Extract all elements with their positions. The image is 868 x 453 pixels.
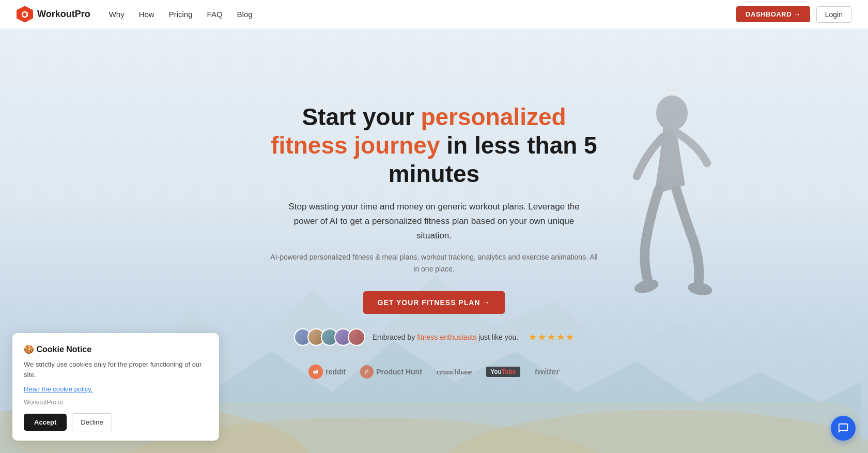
star-1: ★ [529, 331, 537, 343]
cookie-decline-button[interactable]: Decline [72, 413, 112, 431]
dashboard-button[interactable]: DASHBOARD → [736, 6, 810, 22]
svg-point-12 [316, 372, 317, 373]
hero-title: Start your personalized fitness journey … [269, 103, 599, 189]
proof-text: Embraced by fitness enthusiasts just lik… [373, 333, 518, 341]
hero-title-before: Start your [302, 103, 421, 130]
reddit-label: reddit [326, 368, 346, 376]
star-3: ★ [547, 331, 555, 343]
cookie-policy-link[interactable]: Read the cookie policy. [24, 385, 92, 393]
hero-content: Start your personalized fitness journey … [258, 103, 610, 379]
star-4: ★ [556, 331, 565, 343]
cta-button[interactable]: GET YOUR FITNESS PLAN → [363, 291, 505, 314]
youtube-logo: YouTube [486, 367, 520, 377]
avatar-5 [348, 328, 365, 346]
cookie-title: 🍪 Cookie Notice [24, 344, 208, 354]
cookie-notice: 🍪 Cookie Notice We strictly use cookies … [12, 333, 219, 441]
reddit-logo: reddit [308, 365, 346, 379]
nav-why[interactable]: Why [109, 10, 125, 19]
brand-icon [17, 6, 33, 23]
hero-sub2: AI-powered personalized fitness & meal p… [269, 251, 599, 275]
svg-point-11 [314, 372, 315, 373]
crunchbase-label: crunchbase [437, 368, 472, 376]
avatar-group [294, 328, 365, 346]
proof-link[interactable]: fitness enthusiasts [417, 333, 476, 341]
cookie-buttons: Accept Decline [24, 413, 208, 431]
cookie-accept-button[interactable]: Accept [24, 414, 67, 431]
svg-point-8 [687, 281, 713, 297]
nav-pricing[interactable]: Pricing [169, 10, 193, 19]
navbar: WorkoutPro Why How Pricing FAQ Blog DASH… [0, 0, 868, 29]
yt-icon: YouTube [486, 367, 520, 377]
cookie-text: We strictly use cookies only for the pro… [24, 359, 208, 380]
star-rating: ★ ★ ★ ★ ★ [529, 331, 574, 343]
navbar-left: WorkoutPro Why How Pricing FAQ Blog [17, 6, 253, 23]
brand-logo-link[interactable]: WorkoutPro [17, 6, 90, 23]
chat-button[interactable] [831, 416, 856, 441]
login-button[interactable]: Login [816, 6, 851, 23]
twitter-label: twitter [535, 367, 560, 376]
producthunt-logo: P Product Hunt [360, 365, 422, 379]
hero-subtitle: Stop wasting your time and money on gene… [279, 200, 589, 243]
nav-how[interactable]: How [139, 10, 154, 19]
proof-after: just like you. [476, 333, 518, 341]
proof-before: Embraced by [373, 333, 417, 341]
star-5: ★ [566, 331, 574, 343]
cookie-site: WorkoutPro.io [24, 399, 208, 406]
reddit-icon [308, 365, 323, 379]
navbar-right: DASHBOARD → Login [736, 6, 851, 23]
nav-blog[interactable]: Blog [237, 10, 253, 19]
social-proof: Embraced by fitness enthusiasts just lik… [269, 328, 599, 346]
crunchbase-logo: crunchbase [437, 368, 472, 376]
nav-faq[interactable]: FAQ [207, 10, 223, 19]
ph-icon: P [360, 365, 374, 379]
ph-label: Product Hunt [376, 368, 422, 376]
brand-logos: reddit P Product Hunt crunchbase YouTube… [269, 365, 599, 379]
brand-name-text: WorkoutPro [37, 9, 90, 20]
twitter-logo: twitter [535, 367, 560, 376]
svg-point-6 [656, 96, 688, 131]
nav-links: Why How Pricing FAQ Blog [109, 10, 253, 19]
chat-icon [838, 422, 849, 434]
star-2: ★ [538, 331, 546, 343]
